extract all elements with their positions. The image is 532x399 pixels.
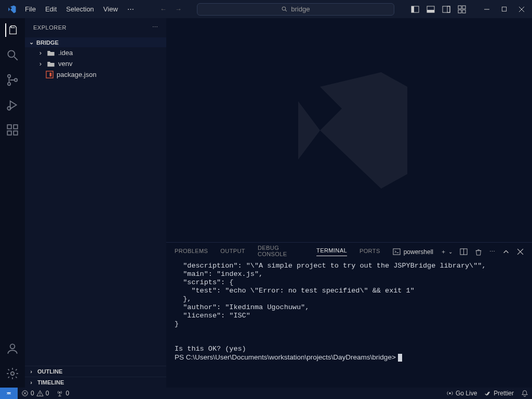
search-text: bridge [291, 5, 310, 13]
explorer-sidebar: EXPLORER ⋯ ⌄ BRIDGE › .idea › venv packa… [25, 18, 166, 388]
window-close-icon[interactable] [518, 6, 525, 12]
terminal-new-dropdown-icon[interactable]: ⌄ [448, 249, 453, 255]
chevron-right-icon: › [37, 60, 44, 68]
outline-section[interactable]: › OUTLINE [25, 366, 166, 377]
svg-line-1 [285, 10, 287, 11]
prettier-label: Prettier [494, 390, 514, 397]
menu-file[interactable]: File [21, 3, 40, 15]
window-maximize-icon[interactable] [501, 6, 507, 12]
terminal-shell-name: powershell [404, 248, 433, 256]
svg-rect-23 [7, 125, 11, 129]
timeline-section[interactable]: › TIMELINE [25, 377, 166, 388]
folder-icon [47, 60, 55, 68]
svg-rect-30 [50, 73, 52, 77]
terminal-new-icon[interactable]: ＋ [441, 248, 446, 256]
svg-point-41 [59, 392, 61, 393]
menu-view[interactable]: View [99, 3, 122, 15]
svg-rect-31 [393, 249, 400, 255]
panel-tab-debug[interactable]: DEBUG CONSOLE [258, 245, 304, 259]
outline-label: OUTLINE [37, 368, 62, 375]
menu-more-icon[interactable]: ⋯ [123, 3, 138, 15]
activity-source-control-icon[interactable] [6, 73, 19, 87]
window-minimize-icon[interactable] [484, 6, 490, 12]
svg-point-27 [10, 344, 15, 349]
panel-tab-output[interactable]: OUTPUT [220, 248, 245, 256]
panel-tab-terminal[interactable]: TERMINAL [316, 247, 347, 256]
terminal-icon [393, 248, 401, 256]
vscode-watermark-icon [276, 58, 422, 203]
svg-rect-6 [443, 6, 450, 12]
customize-layout-icon[interactable] [458, 5, 466, 14]
tree-root[interactable]: ⌄ BRIDGE [25, 37, 166, 47]
status-problems[interactable]: 0 0 [18, 390, 52, 397]
tree-item-label: .idea [58, 49, 73, 57]
status-ports[interactable]: 0 [52, 390, 73, 397]
svg-rect-26 [14, 125, 18, 129]
nav-back-icon[interactable]: ← [160, 5, 167, 13]
menu-selection[interactable]: Selection [62, 3, 98, 15]
nav-forward-icon[interactable]: → [175, 5, 182, 13]
status-go-live[interactable]: Go Live [443, 390, 481, 397]
status-notifications-icon[interactable] [517, 390, 532, 397]
chevron-right-icon: › [37, 49, 44, 57]
check-all-icon [484, 390, 491, 397]
panel: PROBLEMS OUTPUT DEBUG CONSOLE TERMINAL P… [166, 242, 532, 388]
tree-folder-venv[interactable]: › venv [25, 58, 166, 69]
svg-point-20 [14, 78, 17, 81]
activity-bar [0, 18, 25, 388]
panel-tab-problems[interactable]: PROBLEMS [175, 248, 208, 256]
status-errors-count: 0 [31, 390, 34, 397]
editor-empty-area [166, 18, 532, 242]
radio-tower-icon [56, 390, 63, 397]
svg-point-40 [39, 395, 40, 395]
svg-point-19 [7, 83, 10, 85]
go-live-label: Go Live [456, 390, 477, 397]
layout-sidebar-right-icon[interactable] [442, 5, 450, 14]
status-warnings-count: 0 [46, 390, 49, 397]
svg-rect-24 [7, 131, 11, 135]
activity-extensions-icon[interactable] [6, 123, 19, 137]
activity-accounts-icon[interactable] [6, 342, 19, 355]
tree-item-label: venv [58, 60, 72, 68]
explorer-more-icon[interactable]: ⋯ [152, 24, 158, 31]
svg-rect-10 [458, 10, 461, 13]
status-ports-count: 0 [65, 390, 69, 397]
panel-close-icon[interactable] [517, 248, 524, 255]
svg-line-17 [14, 57, 18, 60]
activity-run-debug-icon[interactable] [6, 98, 19, 112]
layout-sidebar-left-icon[interactable] [411, 5, 419, 14]
folder-icon [47, 49, 55, 57]
status-prettier[interactable]: Prettier [481, 390, 517, 397]
layout-panel-bottom-icon[interactable] [427, 5, 435, 14]
bell-icon [521, 390, 528, 397]
broadcast-icon [446, 390, 454, 397]
split-terminal-icon[interactable] [460, 248, 468, 256]
panel-maximize-icon[interactable] [502, 248, 510, 256]
command-center[interactable]: bridge [197, 3, 394, 16]
activity-settings-icon[interactable] [6, 367, 19, 380]
activity-search-icon[interactable] [6, 48, 19, 62]
vscode-logo-icon [7, 5, 17, 14]
kill-terminal-icon[interactable] [475, 248, 482, 256]
tree-root-label: BRIDGE [36, 39, 59, 46]
terminal-shell-select[interactable]: powershell [393, 248, 433, 256]
terminal-output[interactable]: "description": "\"A simple project to tr… [166, 261, 532, 388]
activity-explorer-icon[interactable] [5, 23, 19, 37]
menu-edit[interactable]: Edit [41, 3, 61, 15]
svg-rect-9 [462, 6, 466, 9]
tree-folder-idea[interactable]: › .idea [25, 47, 166, 58]
search-icon [281, 6, 288, 12]
timeline-label: TIMELINE [37, 379, 64, 385]
svg-rect-5 [427, 10, 434, 12]
error-icon [21, 390, 29, 397]
explorer-title: EXPLORER [33, 24, 66, 31]
remote-indicator-icon[interactable] [0, 388, 18, 399]
tree-item-label: package.json [57, 71, 97, 78]
npm-file-icon [46, 71, 54, 78]
svg-rect-8 [458, 6, 461, 9]
panel-tab-ports[interactable]: PORTS [360, 248, 380, 256]
tree-file-package-json[interactable]: package.json [25, 69, 166, 80]
chevron-down-icon: ⌄ [28, 39, 34, 46]
panel-more-icon[interactable]: ⋯ [489, 248, 495, 255]
svg-rect-25 [14, 131, 18, 135]
